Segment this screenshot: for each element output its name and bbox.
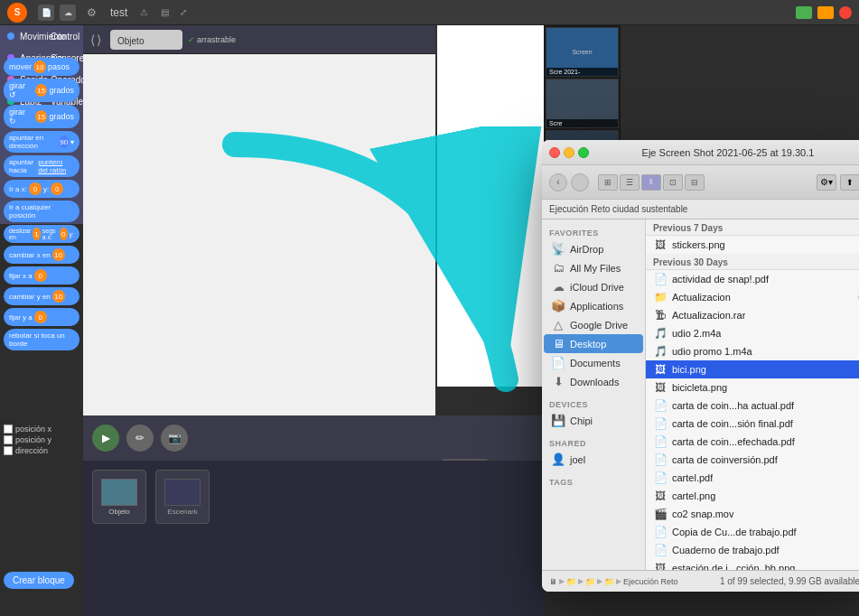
crumb-folder3: 📁 xyxy=(604,577,614,586)
maximize-button[interactable] xyxy=(578,147,589,158)
camera-button[interactable]: 📷 xyxy=(161,425,188,452)
create-block-button[interactable]: Crear bloque xyxy=(4,572,74,589)
category-control[interactable]: Control xyxy=(42,25,83,47)
file-carta-sion-final[interactable]: 📄 carta de coin...sión final.pdf xyxy=(646,415,859,433)
script-area[interactable] xyxy=(83,54,435,415)
tags-header: Tags xyxy=(542,474,645,489)
file-carta-efechada[interactable]: 📄 carta de coin...efechada.pdf xyxy=(646,433,859,451)
file-icon-carta-efechada: 📄 xyxy=(653,435,668,448)
file-stickers-png[interactable]: 🖼 stickers.png xyxy=(646,236,859,254)
variables-panel: posición x posición y dirección xyxy=(4,425,80,457)
sidebar-item-downloads[interactable]: ⬇ Downloads xyxy=(544,372,643,391)
close-button[interactable] xyxy=(549,147,560,158)
airdrop-icon: 📡 xyxy=(551,242,565,256)
block-cambiar-y[interactable]: cambiar y en 10 xyxy=(4,287,79,305)
block-fijar-y[interactable]: fijar y a 0 xyxy=(4,308,79,326)
finder-sidebar: Favorites 📡 AirDrop 🗂 All My Files ☁ iCl… xyxy=(542,219,646,570)
stop-button[interactable] xyxy=(839,6,852,19)
file-copia-cu-trabajo[interactable]: 📄 Copia de Cu...de trabajo.pdf xyxy=(646,523,859,541)
forward-nav-button[interactable]: › xyxy=(571,173,589,191)
sidebar-item-joel[interactable]: 👤 joel xyxy=(544,450,643,469)
crumb-disk: 🖥 xyxy=(549,577,557,586)
block-deslizar[interactable]: deslizar en 1 segs a x: 0 y: xyxy=(4,225,79,243)
block-apuntar[interactable]: apuntar en dirección 90▾ xyxy=(4,131,79,153)
view-buttons: ⊞ ☰ ⦀ ⊡ ⊟ xyxy=(598,174,705,191)
pencil-button[interactable]: ✏ xyxy=(126,425,154,452)
applications-icon: 📦 xyxy=(551,299,565,313)
file-cartel-png[interactable]: 🖼 cartel.png xyxy=(646,487,859,505)
file-co2-snap-mov[interactable]: 🎬 co2 snap.mov xyxy=(646,505,859,523)
sprite-item-objeto[interactable]: Objeto xyxy=(92,470,146,524)
finder-title: Eje Screen Shot 2021-06-25 at 19.30.1 xyxy=(596,147,859,158)
var-check-direccion[interactable] xyxy=(4,446,13,455)
file-actualizacion-rar[interactable]: 🗜 Actualizacion.rar xyxy=(646,306,859,324)
play-button[interactable]: ▶ xyxy=(92,425,119,452)
blocks-palette: mover 10 pasos girar ↺ 15 grados girar ↻… xyxy=(0,54,83,354)
gallery-view-button[interactable]: ⊡ xyxy=(663,174,683,191)
cover-flow-button[interactable]: ⊟ xyxy=(685,174,705,191)
favorites-header: Favorites xyxy=(542,225,645,239)
bottom-controls: ▶ ✏ 📷 xyxy=(83,415,544,461)
finder-titlebar: Eje Screen Shot 2021-06-25 at 19.30.1 xyxy=(542,140,859,165)
desktop-icon: 🖥 xyxy=(551,337,565,350)
sidebar-item-airdrop[interactable]: 📡 AirDrop xyxy=(544,239,643,258)
file-cuaderno-trabajo[interactable]: 📄 Cuaderno de trabajo.pdf xyxy=(646,541,859,559)
file-audio2-m4a[interactable]: 🎵 udio 2.m4a xyxy=(646,324,859,342)
list-view-button[interactable]: ☰ xyxy=(620,174,640,191)
block-mover[interactable]: mover 10 pasos xyxy=(4,58,79,76)
file-audio-promo-m4a[interactable]: 🎵 udio promo 1.m4a xyxy=(646,342,859,360)
flag-button[interactable] xyxy=(796,6,812,19)
block-fijar-x[interactable]: fijar x a 0 xyxy=(4,266,79,285)
sidebar-item-icloud-drive[interactable]: ☁ iCloud Drive xyxy=(544,277,643,296)
back-button[interactable]: ⟨ xyxy=(90,33,95,47)
forward-button[interactable]: ⟩ xyxy=(97,33,101,47)
finder-window: Eje Screen Shot 2021-06-25 at 19.30.1 ‹ … xyxy=(542,140,859,592)
block-ir-a[interactable]: Ir a x: 0 y: 0 xyxy=(4,180,79,198)
file-icon-bici: 🖼 xyxy=(653,363,668,376)
snap-logo: S xyxy=(7,3,27,23)
back-nav-button[interactable]: ‹ xyxy=(549,173,567,191)
file-icon-copia-cu: 📄 xyxy=(653,526,668,538)
file-bicicleta-png[interactable]: 🖼 bicicleta.png xyxy=(646,378,859,397)
file-cartel-pdf[interactable]: 📄 cartel.pdf xyxy=(646,469,859,487)
var-check-posicion-x[interactable] xyxy=(4,425,13,434)
file-icon-carta-coinversion: 📄 xyxy=(653,453,668,466)
draggable-checkbox[interactable]: ✓ arrastrable xyxy=(188,35,236,44)
finder-share-button[interactable]: ⬆ xyxy=(840,174,859,191)
object-name-field[interactable]: Objeto xyxy=(110,30,182,50)
sidebar-item-desktop[interactable]: 🖥 Desktop xyxy=(544,334,643,353)
block-girar1[interactable]: girar ↺ 15 grados xyxy=(4,79,79,102)
finder-gear-button[interactable]: ⚙▾ xyxy=(817,174,836,191)
sprites-panel: Objeto Escenark xyxy=(83,461,544,616)
app-title: test xyxy=(110,6,127,19)
block-ir-cualquier[interactable]: Ir a cualquier posición xyxy=(4,201,79,222)
block-apuntar-hacia[interactable]: apuntar hacía puntero del ratón xyxy=(4,155,79,177)
gear-icon[interactable]: ⚙ xyxy=(83,5,99,21)
pause-button[interactable] xyxy=(817,6,834,19)
sidebar-item-all-my-files[interactable]: 🗂 All My Files xyxy=(544,258,643,277)
file-carta-coinversion[interactable]: 📄 carta de coinversión.pdf xyxy=(646,451,859,469)
file-estacion[interactable]: 🖼 estación de i...cción_bb.png xyxy=(646,559,859,570)
sidebar-item-applications[interactable]: 📦 Applications xyxy=(544,296,643,315)
shared-header: Shared xyxy=(542,435,645,450)
sprite-item-escenario[interactable]: Escenark xyxy=(155,470,210,524)
column-view-button[interactable]: ⦀ xyxy=(641,174,661,191)
file-actividad-snap-pdf[interactable]: 📄 actividad de snap!.pdf xyxy=(646,270,859,288)
finder-statusbar: 🖥 ▶ 📁 ▶ 📁 ▶ 📁 ▶ Ejecución Reto 1 of 99 s… xyxy=(542,570,859,592)
file-bici-png[interactable]: 🖼 bici.png xyxy=(646,360,859,378)
screenshot-2: Scre xyxy=(546,79,619,128)
block-girar2[interactable]: girar ↻ 15 grados xyxy=(4,105,79,128)
sidebar-item-chipi[interactable]: 💾 Chipi xyxy=(544,411,643,430)
minimize-button[interactable] xyxy=(564,147,574,158)
file-carta-ha-actual[interactable]: 📄 carta de coin...ha actual.pdf xyxy=(646,397,859,415)
cloud-icon[interactable]: ☁ xyxy=(60,5,76,21)
block-cambiar-x[interactable]: cambiar x en 10 xyxy=(4,246,79,264)
sidebar-item-documents[interactable]: 📄 Documents xyxy=(544,353,643,372)
sidebar-item-google-drive[interactable]: △ Google Drive xyxy=(544,315,643,334)
file-actualizacion-folder[interactable]: 📁 Actualizacion › xyxy=(646,288,859,306)
file-icon-estacion: 🖼 xyxy=(653,562,668,570)
file-icon[interactable]: 📄 xyxy=(38,5,54,21)
block-rebotar[interactable]: rebotar si toca un borde xyxy=(4,329,79,350)
icon-view-button[interactable]: ⊞ xyxy=(598,174,618,191)
var-check-posicion-y[interactable] xyxy=(4,435,13,444)
